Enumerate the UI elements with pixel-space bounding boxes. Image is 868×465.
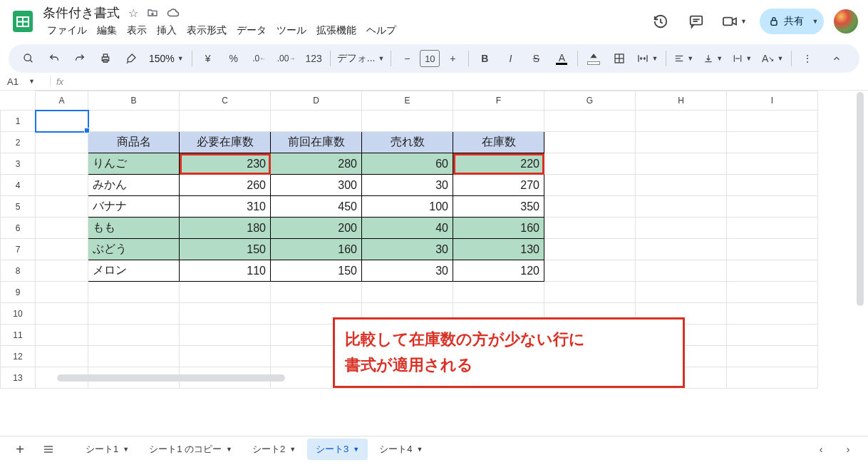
cell[interactable] bbox=[180, 346, 271, 367]
cell[interactable]: 450 bbox=[271, 196, 362, 218]
col-header[interactable]: B bbox=[88, 91, 180, 111]
cell[interactable] bbox=[453, 282, 544, 303]
history-icon[interactable] bbox=[648, 9, 673, 34]
more-toolbar-icon[interactable]: ⋮ bbox=[795, 46, 820, 71]
increase-font-icon[interactable]: + bbox=[440, 46, 465, 71]
cell[interactable]: 160 bbox=[271, 239, 362, 260]
cell[interactable] bbox=[36, 196, 88, 218]
cell[interactable]: 30 bbox=[362, 260, 453, 282]
cell[interactable] bbox=[636, 111, 727, 132]
cell[interactable] bbox=[180, 111, 271, 132]
cell[interactable]: メロン bbox=[88, 260, 180, 282]
cell[interactable] bbox=[727, 282, 818, 303]
meet-icon[interactable]: ▼ bbox=[719, 9, 750, 34]
cell[interactable]: 30 bbox=[362, 175, 453, 196]
col-header[interactable]: D bbox=[271, 91, 362, 111]
cell[interactable] bbox=[36, 218, 88, 239]
cell[interactable]: 前回在庫数 bbox=[271, 132, 362, 153]
col-header[interactable]: A bbox=[36, 91, 88, 111]
cell[interactable]: 必要在庫数 bbox=[180, 132, 271, 153]
document-title[interactable]: 条件付き書式 bbox=[43, 4, 120, 21]
cell[interactable]: 30 bbox=[362, 239, 453, 260]
account-avatar[interactable] bbox=[834, 9, 858, 34]
cell[interactable] bbox=[36, 132, 88, 153]
row-header[interactable]: 10 bbox=[1, 303, 36, 325]
cell[interactable] bbox=[88, 111, 180, 132]
all-sheets-button[interactable] bbox=[36, 437, 61, 461]
cell[interactable] bbox=[36, 111, 88, 132]
cell[interactable] bbox=[636, 175, 727, 196]
sheet-tab[interactable]: シート4▼ bbox=[371, 439, 431, 460]
undo-icon[interactable] bbox=[42, 46, 66, 71]
cell[interactable] bbox=[36, 303, 88, 325]
cell[interactable] bbox=[88, 282, 180, 303]
tab-scroll-right-icon[interactable]: › bbox=[836, 437, 860, 461]
menu-ヘルプ[interactable]: ヘルプ bbox=[362, 23, 401, 39]
cell[interactable] bbox=[544, 153, 636, 175]
row-header[interactable]: 1 bbox=[1, 111, 36, 132]
cell[interactable]: 310 bbox=[180, 196, 271, 218]
row-header[interactable]: 8 bbox=[1, 260, 36, 282]
cell[interactable]: 160 bbox=[453, 218, 544, 239]
font-select[interactable]: デフォ...▼ bbox=[334, 49, 388, 68]
cell[interactable]: もも bbox=[88, 218, 180, 239]
cell[interactable] bbox=[88, 303, 180, 325]
horizontal-scrollbar[interactable] bbox=[57, 374, 854, 382]
strike-button[interactable]: S bbox=[524, 46, 548, 71]
col-header[interactable]: I bbox=[727, 91, 818, 111]
row-header[interactable]: 9 bbox=[1, 282, 36, 303]
rotate-button[interactable]: A↘▼ bbox=[758, 46, 787, 71]
cell[interactable] bbox=[727, 218, 818, 239]
menu-拡張機能[interactable]: 拡張機能 bbox=[312, 23, 361, 39]
row-header[interactable]: 7 bbox=[1, 239, 36, 260]
cell[interactable] bbox=[727, 132, 818, 153]
cell[interactable] bbox=[271, 282, 362, 303]
cell[interactable] bbox=[636, 196, 727, 218]
cell[interactable] bbox=[636, 153, 727, 175]
row-header[interactable]: 4 bbox=[1, 175, 36, 196]
paint-format-icon[interactable] bbox=[119, 46, 143, 71]
cell[interactable]: 150 bbox=[180, 239, 271, 260]
share-dropdown[interactable]: ▼ bbox=[807, 9, 824, 34]
cell[interactable]: 130 bbox=[453, 239, 544, 260]
select-all-corner[interactable] bbox=[1, 91, 36, 111]
cell[interactable] bbox=[636, 260, 727, 282]
row-header[interactable]: 2 bbox=[1, 132, 36, 153]
cell[interactable] bbox=[36, 282, 88, 303]
cell[interactable] bbox=[636, 218, 727, 239]
menu-挿入[interactable]: 挿入 bbox=[153, 23, 181, 39]
sheet-tab[interactable]: シート2▼ bbox=[244, 439, 304, 460]
fill-color-button[interactable] bbox=[582, 46, 606, 71]
col-header[interactable]: E bbox=[362, 91, 453, 111]
cell[interactable]: 60 bbox=[362, 153, 453, 175]
cell[interactable]: 40 bbox=[362, 218, 453, 239]
decrease-font-icon[interactable]: − bbox=[395, 46, 419, 71]
decrease-decimal-icon[interactable]: .0← bbox=[247, 46, 272, 71]
comment-icon[interactable] bbox=[683, 9, 709, 34]
cell[interactable]: 220 bbox=[453, 153, 544, 175]
sheets-logo-icon[interactable] bbox=[10, 9, 36, 34]
cell[interactable] bbox=[544, 111, 636, 132]
cell[interactable]: 100 bbox=[362, 196, 453, 218]
row-header[interactable]: 11 bbox=[1, 325, 36, 346]
col-header[interactable]: F bbox=[453, 91, 544, 111]
tab-scroll-left-icon[interactable]: ‹ bbox=[809, 437, 833, 461]
print-icon[interactable] bbox=[93, 46, 118, 71]
row-header[interactable]: 5 bbox=[1, 196, 36, 218]
vertical-scrollbar[interactable] bbox=[857, 91, 864, 390]
cell[interactable] bbox=[88, 346, 180, 367]
v-align-button[interactable]: ▼ bbox=[699, 46, 727, 71]
cell[interactable] bbox=[362, 111, 453, 132]
cell[interactable] bbox=[727, 239, 818, 260]
cell[interactable] bbox=[180, 325, 271, 346]
add-sheet-button[interactable]: + bbox=[8, 437, 32, 461]
cell[interactable]: 110 bbox=[180, 260, 271, 282]
cell[interactable]: バナナ bbox=[88, 196, 180, 218]
cell[interactable] bbox=[727, 303, 818, 325]
star-icon[interactable]: ☆ bbox=[128, 6, 138, 20]
cell[interactable] bbox=[727, 260, 818, 282]
cell[interactable] bbox=[727, 175, 818, 196]
cell[interactable] bbox=[271, 111, 362, 132]
cell[interactable] bbox=[544, 239, 636, 260]
font-size-input[interactable]: 10 bbox=[420, 50, 440, 67]
